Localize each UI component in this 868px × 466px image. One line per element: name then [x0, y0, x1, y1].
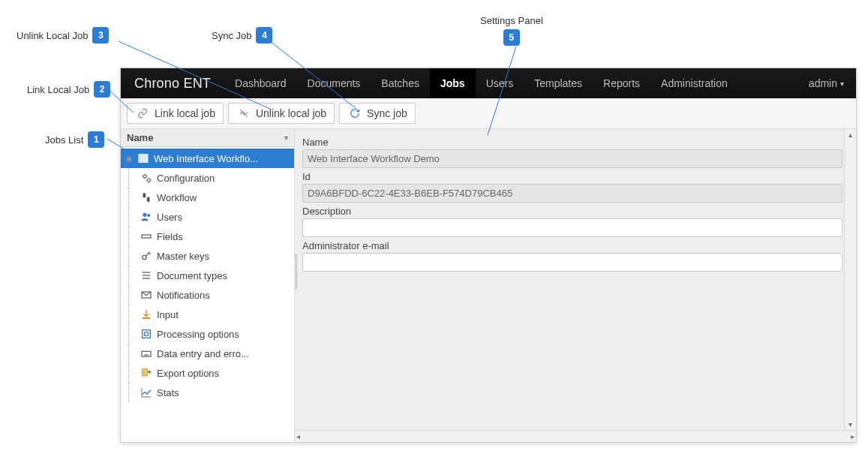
- svg-rect-22: [143, 330, 151, 338]
- key-icon: [139, 250, 154, 262]
- annotation-badge: 4: [256, 27, 272, 44]
- export-icon: [139, 367, 154, 379]
- footsteps-icon: [139, 191, 154, 203]
- annotation-label: Link Local Job: [27, 84, 89, 95]
- sort-icon[interactable]: ▾: [284, 134, 288, 142]
- nav-dashboard[interactable]: Dashboard: [224, 68, 297, 98]
- keyboard-icon: [139, 347, 154, 359]
- svg-point-16: [143, 255, 146, 259]
- annotation-label: Settings Panel: [480, 15, 543, 26]
- nav-jobs[interactable]: Jobs: [430, 68, 476, 98]
- tree-item-document-types[interactable]: Document types: [121, 266, 294, 285]
- description-field[interactable]: [302, 218, 842, 237]
- toolbar: Link local job Unlink local job Sync job: [121, 98, 856, 129]
- tree-item-input[interactable]: Input: [121, 305, 294, 324]
- unlink-local-job-button[interactable]: Unlink local job: [228, 103, 335, 124]
- tree-label: Configuration: [157, 173, 215, 184]
- column-header-label: Name: [127, 132, 153, 143]
- tree-item-workflow[interactable]: Workflow: [121, 188, 294, 207]
- id-field[interactable]: [302, 184, 842, 203]
- tree-item-notifications[interactable]: Notifications: [121, 285, 294, 305]
- link-icon: [135, 108, 150, 119]
- tree-item-users[interactable]: Users: [121, 207, 294, 227]
- button-label: Unlink local job: [256, 107, 326, 119]
- name-label: Name: [302, 137, 842, 148]
- svg-rect-30: [143, 369, 148, 376]
- vertical-scrollbar[interactable]: ▴ ▾: [844, 129, 856, 430]
- tree-item-processing-options[interactable]: Processing options: [121, 324, 294, 344]
- tree-label: Workflow: [157, 192, 197, 203]
- settings-panel: Name Id Description Administrator e-mail…: [295, 129, 856, 442]
- link-local-job-button[interactable]: Link local job: [127, 103, 224, 124]
- tree-label: Web Interface Workflo...: [154, 153, 258, 164]
- body: Name ▾ ▣ Web Interface Workflo... Conf: [121, 129, 856, 442]
- button-label: Sync job: [367, 107, 407, 119]
- description-label: Description: [302, 206, 842, 217]
- svg-rect-7: [139, 158, 148, 160]
- svg-rect-24: [142, 351, 151, 356]
- annotation-label: Unlink Local Job: [17, 30, 88, 41]
- users-icon: [139, 211, 154, 223]
- tree-label: Document types: [157, 270, 227, 281]
- nav-users[interactable]: Users: [476, 68, 524, 98]
- download-icon: [139, 308, 154, 320]
- field-icon: [139, 230, 154, 242]
- gears-icon: [139, 172, 154, 184]
- jobs-tree: ▣ Web Interface Workflo... Configuration: [121, 147, 294, 442]
- nav-batches[interactable]: Batches: [371, 68, 430, 98]
- brand[interactable]: Chrono ENT: [121, 68, 224, 98]
- button-label: Link local job: [155, 107, 215, 119]
- nav-templates[interactable]: Templates: [524, 68, 593, 98]
- tree-column-header[interactable]: Name ▾: [121, 129, 294, 147]
- tree-item-master-keys[interactable]: Master keys: [121, 246, 294, 266]
- nav-reports[interactable]: Reports: [593, 68, 650, 98]
- tree-item-stats[interactable]: Stats: [121, 383, 294, 402]
- scroll-up-icon: ▴: [848, 131, 852, 139]
- tree-item-fields[interactable]: Fields: [121, 227, 294, 246]
- scroll-right-icon: ▸: [851, 432, 854, 440]
- svg-point-13: [143, 213, 146, 217]
- svg-point-9: [143, 175, 146, 178]
- annotation-unlink-local-job: Unlink Local Job 3: [17, 27, 109, 44]
- tree-label: Users: [157, 212, 182, 223]
- annotation-label: Sync Job: [212, 30, 251, 41]
- svg-point-23: [144, 332, 148, 335]
- tree-root-job[interactable]: ▣ Web Interface Workflo...: [121, 149, 294, 168]
- horizontal-scrollbar[interactable]: ◂ ▸: [295, 430, 856, 442]
- jobs-list-panel: Name ▾ ▣ Web Interface Workflo... Conf: [121, 129, 295, 442]
- sync-icon: [347, 108, 362, 119]
- name-field[interactable]: [302, 149, 842, 168]
- svg-rect-15: [142, 235, 151, 238]
- annotation-link-local-job: Link Local Job 2: [27, 81, 110, 98]
- tree-item-export-options[interactable]: Export options: [121, 363, 294, 383]
- tree-item-configuration[interactable]: Configuration: [121, 168, 294, 188]
- tree-toggle-icon[interactable]: ▣: [122, 154, 136, 164]
- chevron-down-icon: ▾: [840, 80, 844, 88]
- annotation-jobs-list: Jobs List 1: [45, 131, 104, 148]
- tree-label: Notifications: [157, 290, 210, 301]
- svg-rect-6: [139, 155, 148, 157]
- sync-job-button[interactable]: Sync job: [339, 103, 416, 124]
- list-icon: [139, 269, 154, 281]
- admin-email-label: Administrator e-mail: [302, 240, 842, 251]
- annotation-badge: 5: [503, 29, 520, 46]
- annotation-badge: 3: [92, 27, 109, 44]
- admin-email-field[interactable]: [302, 253, 842, 272]
- nav-documents[interactable]: Documents: [297, 68, 371, 98]
- tree-item-data-entry[interactable]: Data entry and erro...: [121, 344, 294, 363]
- svg-point-12: [147, 197, 150, 202]
- chart-icon: [139, 386, 154, 398]
- nav-administration[interactable]: Administration: [650, 68, 738, 98]
- annotation-badge: 1: [88, 131, 104, 148]
- annotation-badge: 2: [94, 81, 110, 98]
- id-label: Id: [302, 171, 842, 182]
- tree-label: Input: [157, 309, 179, 320]
- splitter-handle[interactable]: [295, 254, 297, 289]
- user-menu[interactable]: admin ▾: [797, 68, 856, 98]
- job-icon: [136, 152, 151, 164]
- svg-point-14: [147, 214, 150, 217]
- annotation-settings-panel: Settings Panel 5: [480, 15, 543, 46]
- tree-label: Processing options: [157, 329, 239, 340]
- scroll-down-icon: ▾: [848, 420, 852, 428]
- tree-label: Export options: [157, 368, 219, 379]
